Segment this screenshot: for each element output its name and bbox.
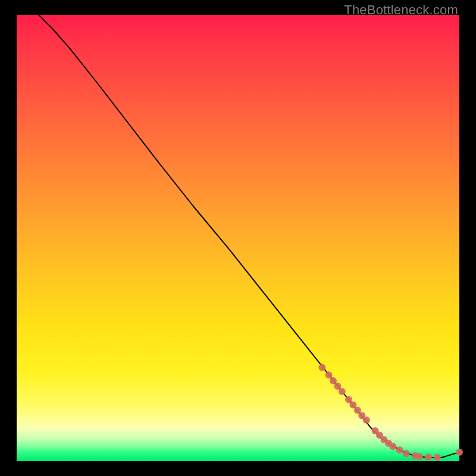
svg-point-15: [396, 446, 403, 453]
curve-layer: [17, 15, 459, 461]
watermark-text: TheBottleneck.com: [344, 2, 458, 18]
svg-point-16: [403, 450, 410, 457]
plot-area: [17, 15, 459, 461]
svg-point-9: [363, 416, 370, 424]
highlight-dots: [318, 364, 463, 461]
bottleneck-curve: [39, 15, 459, 458]
svg-point-20: [434, 454, 441, 461]
svg-point-21: [456, 449, 463, 456]
chart-frame: TheBottleneck.com: [0, 0, 476, 476]
svg-point-14: [389, 443, 396, 450]
svg-point-0: [318, 364, 325, 371]
svg-point-1: [325, 371, 333, 378]
svg-point-19: [425, 453, 432, 461]
svg-point-18: [416, 453, 423, 461]
svg-point-4: [339, 388, 346, 395]
